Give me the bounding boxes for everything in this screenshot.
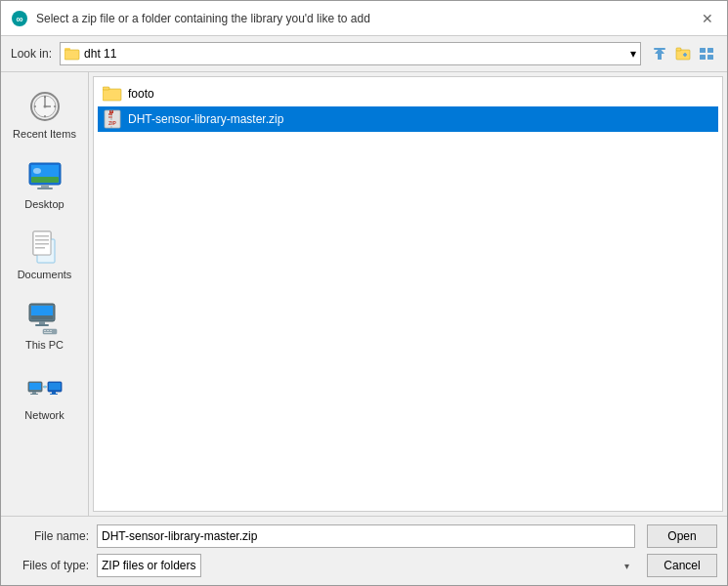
svg-point-63: [43, 386, 46, 389]
list-item[interactable]: footo: [98, 81, 718, 106]
svg-rect-39: [35, 235, 49, 237]
svg-point-18: [43, 105, 46, 108]
sidebar-item-documents[interactable]: Documents: [6, 221, 84, 287]
zip-file-icon: ZIP: [103, 109, 122, 129]
network-icon: [25, 368, 64, 407]
bottom-bar: File name: Open Files of type: ZIP files…: [1, 516, 727, 585]
svg-rect-29: [37, 188, 53, 189]
svg-rect-3: [64, 48, 70, 51]
svg-rect-49: [43, 329, 57, 334]
svg-rect-51: [47, 330, 49, 331]
toolbar-buttons: [649, 43, 717, 64]
svg-rect-57: [30, 394, 38, 395]
svg-rect-47: [39, 321, 45, 324]
sidebar-item-this-pc[interactable]: This PC: [6, 291, 84, 357]
svg-rect-59: [49, 383, 61, 390]
folder-icon: [64, 47, 80, 61]
sidebar-item-network-label: Network: [24, 409, 64, 421]
file-name-label: File name:: [11, 529, 89, 543]
open-button[interactable]: Open: [647, 524, 717, 548]
dialog-title: Select a zip file or a folder containing…: [36, 12, 370, 25]
file-type-wrapper: ZIP files or folders All Files: [97, 554, 635, 577]
svg-rect-70: [108, 116, 112, 118]
svg-rect-46: [31, 315, 53, 319]
title-bar: ∞ Select a zip file or a folder containi…: [1, 1, 727, 36]
sidebar-item-recent-items-label: Recent Items: [13, 128, 76, 140]
svg-rect-65: [103, 87, 109, 90]
this-pc-icon: [25, 298, 64, 337]
file-item-name: footo: [128, 87, 154, 101]
svg-rect-41: [35, 243, 49, 245]
folder-file-icon: [103, 84, 122, 104]
svg-rect-12: [700, 55, 706, 60]
svg-rect-48: [35, 324, 49, 326]
svg-rect-27: [31, 177, 59, 183]
content-area: Recent Items Desktop: [1, 71, 727, 516]
sidebar-item-desktop[interactable]: Desktop: [6, 150, 84, 217]
up-arrow-icon: [652, 46, 667, 62]
sidebar-item-documents-label: Documents: [18, 269, 72, 280]
svg-rect-50: [44, 330, 46, 331]
svg-rect-60: [52, 392, 56, 394]
file-type-row: Files of type: ZIP files or folders All …: [11, 554, 717, 577]
desktop-icon: [25, 157, 64, 196]
look-in-label: Look in:: [11, 47, 52, 61]
dialog: ∞ Select a zip file or a folder containi…: [0, 0, 728, 586]
file-name-row: File name: Open: [11, 524, 717, 548]
sidebar-item-desktop-label: Desktop: [24, 198, 64, 210]
svg-rect-42: [35, 247, 45, 249]
look-in-value: dht 11: [84, 47, 116, 61]
recent-items-icon: [25, 87, 64, 126]
file-type-select[interactable]: ZIP files or folders All Files: [97, 554, 201, 577]
svg-rect-61: [50, 394, 58, 395]
svg-rect-56: [32, 392, 36, 394]
toolbar: Look in: dht 11 ▾: [1, 36, 727, 71]
navigate-up-button[interactable]: [649, 43, 670, 64]
svg-rect-10: [700, 48, 706, 53]
svg-text:ZIP: ZIP: [108, 120, 116, 126]
cancel-button[interactable]: Cancel: [647, 554, 717, 577]
look-in-combo[interactable]: dht 11 ▾: [60, 42, 641, 65]
view-button[interactable]: [696, 43, 717, 64]
list-item[interactable]: ZIP DHT-sensor-library-master.zip: [98, 106, 718, 132]
documents-icon: [25, 228, 64, 267]
svg-rect-2: [64, 50, 79, 60]
action-buttons: Open: [647, 524, 717, 548]
file-item-name: DHT-sensor-library-master.zip: [128, 112, 283, 126]
new-folder-button[interactable]: [672, 43, 694, 64]
svg-rect-13: [707, 55, 713, 60]
svg-rect-40: [35, 239, 49, 241]
svg-point-26: [33, 168, 41, 174]
file-name-input[interactable]: [97, 524, 635, 548]
svg-rect-53: [44, 332, 52, 333]
svg-rect-52: [50, 330, 52, 331]
title-bar-left: ∞ Select a zip file or a folder containi…: [11, 10, 370, 27]
sidebar-item-recent-items[interactable]: Recent Items: [6, 80, 84, 146]
cancel-button-wrapper: Cancel: [647, 554, 717, 577]
svg-rect-5: [654, 48, 665, 50]
close-button[interactable]: ✕: [698, 9, 717, 28]
svg-rect-11: [707, 48, 713, 53]
view-icon: [699, 46, 714, 62]
file-area[interactable]: footo ZIP DHT-sensor-library-master.zip: [93, 76, 723, 512]
svg-text:∞: ∞: [16, 14, 22, 24]
sidebar-item-network[interactable]: Network: [6, 361, 84, 428]
svg-rect-7: [676, 48, 681, 51]
sidebar-item-this-pc-label: This PC: [25, 339, 64, 351]
file-type-label: Files of type:: [11, 559, 89, 572]
svg-rect-69: [108, 113, 112, 115]
new-folder-icon: [675, 46, 691, 62]
sidebar: Recent Items Desktop: [1, 72, 89, 516]
app-icon: ∞: [11, 10, 28, 27]
svg-rect-64: [103, 89, 121, 101]
svg-rect-55: [29, 383, 41, 390]
